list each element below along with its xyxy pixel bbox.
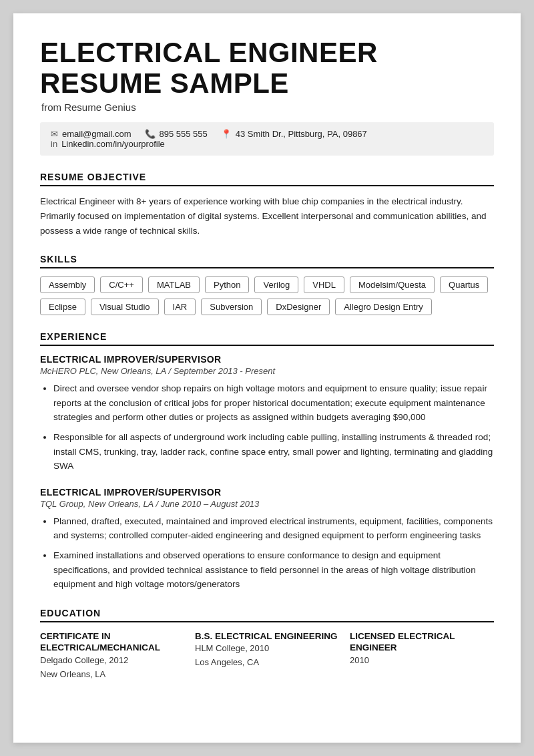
skill-tag: Quartus xyxy=(440,276,488,293)
skill-tag: C/C++ xyxy=(100,276,143,293)
linkedin-icon: in xyxy=(51,139,57,149)
exp-meta: TQL Group, New Orleans, LA / June 2010 –… xyxy=(40,499,494,509)
skills-section: SKILLS AssemblyC/C++MATLABPythonVerilogV… xyxy=(40,254,494,315)
experience-title: EXPERIENCE xyxy=(40,331,494,346)
location-icon: 📍 xyxy=(221,129,232,139)
exp-bullet: Planned, drafted, executed, maintained a… xyxy=(53,514,494,543)
header-section: ELECTRICAL ENGINEER RESUME SAMPLE from R… xyxy=(40,37,494,113)
edu-detail: Delgado College, 2012 xyxy=(40,654,184,668)
resume-source: from Resume Genius xyxy=(41,102,494,113)
skill-tag: DxDesigner xyxy=(267,299,330,315)
skill-tag: Eclipse xyxy=(40,299,85,315)
contact-bar: ✉ email@gmail.com 📞 895 555 555 📍 43 Smi… xyxy=(40,122,494,156)
edu-detail: New Orleans, LA xyxy=(40,668,184,682)
exp-bullet: Examined installations and observed oper… xyxy=(53,548,494,592)
skill-tag: Verilog xyxy=(254,276,298,293)
contact-phone: 📞 895 555 555 xyxy=(145,129,208,139)
education-grid: CERTIFICATE IN ELECTRICAL/MECHANICALDelg… xyxy=(40,630,494,682)
exp-bullets: Direct and oversee vendor shop repairs o… xyxy=(40,381,494,474)
exp-title: ELECTRICAL IMPROVER/SUPERVISOR xyxy=(40,354,494,365)
skills-title: SKILLS xyxy=(40,254,494,268)
experience-entry: ELECTRICAL IMPROVER/SUPERVISORMcHERO PLC… xyxy=(40,354,494,474)
email-icon: ✉ xyxy=(51,129,58,139)
edu-entry-title: B.S. ELECTRICAL ENGINEERING xyxy=(195,630,339,642)
exp-title: ELECTRICAL IMPROVER/SUPERVISOR xyxy=(40,487,494,498)
exp-bullet: Direct and oversee vendor shop repairs o… xyxy=(53,381,494,425)
education-title: EDUCATION xyxy=(40,608,494,622)
skill-tag: VHDL xyxy=(304,276,344,293)
education-entry: B.S. ELECTRICAL ENGINEERINGHLM College, … xyxy=(195,630,339,682)
education-entry: LICENSED ELECTRICAL ENGINEER2010 xyxy=(350,630,494,682)
phone-text: 895 555 555 xyxy=(160,129,208,139)
linkedin-text: Linkedin.com/in/yourprofile xyxy=(61,139,165,149)
exp-bullet: Responsible for all aspects of undergrou… xyxy=(53,430,494,474)
education-entry: CERTIFICATE IN ELECTRICAL/MECHANICALDelg… xyxy=(40,630,184,682)
skill-tag: Modelsim/Questa xyxy=(350,276,435,293)
experience-entry: ELECTRICAL IMPROVER/SUPERVISORTQL Group,… xyxy=(40,487,494,592)
skill-tag: Assembly xyxy=(40,276,95,293)
edu-detail: 2010 xyxy=(350,654,494,668)
edu-entry-title: LICENSED ELECTRICAL ENGINEER xyxy=(350,630,494,654)
resume-title: ELECTRICAL ENGINEER RESUME SAMPLE xyxy=(40,37,494,99)
phone-icon: 📞 xyxy=(145,129,156,139)
email-text: email@gmail.com xyxy=(62,129,131,139)
edu-entry-title: CERTIFICATE IN ELECTRICAL/MECHANICAL xyxy=(40,630,184,654)
skill-tag: Subversion xyxy=(201,299,262,315)
skill-tag: IAR xyxy=(164,299,196,315)
exp-bullets: Planned, drafted, executed, maintained a… xyxy=(40,514,494,592)
skills-list: AssemblyC/C++MATLABPythonVerilogVHDLMode… xyxy=(40,276,494,315)
experience-section: EXPERIENCE ELECTRICAL IMPROVER/SUPERVISO… xyxy=(40,331,494,592)
contact-email: ✉ email@gmail.com xyxy=(51,129,131,139)
address-text: 43 Smith Dr., Pittsburg, PA, 09867 xyxy=(236,129,367,139)
objective-text: Electrical Engineer with 8+ years of exp… xyxy=(40,194,494,238)
objective-title: RESUME OBJECTIVE xyxy=(40,172,494,186)
contact-address: 📍 43 Smith Dr., Pittsburg, PA, 09867 xyxy=(221,129,367,139)
experience-entries: ELECTRICAL IMPROVER/SUPERVISORMcHERO PLC… xyxy=(40,354,494,592)
skill-tag: Python xyxy=(205,276,249,293)
edu-detail: HLM College, 2010 xyxy=(195,642,339,656)
resume-document: ELECTRICAL ENGINEER RESUME SAMPLE from R… xyxy=(13,13,521,743)
objective-section: RESUME OBJECTIVE Electrical Engineer wit… xyxy=(40,172,494,238)
contact-linkedin: in Linkedin.com/in/yourprofile xyxy=(51,139,165,149)
skill-tag: Allegro Design Entry xyxy=(335,299,432,315)
skill-tag: MATLAB xyxy=(148,276,200,293)
exp-meta: McHERO PLC, New Orleans, LA / September … xyxy=(40,366,494,376)
skill-tag: Visual Studio xyxy=(91,299,159,315)
education-section: EDUCATION CERTIFICATE IN ELECTRICAL/MECH… xyxy=(40,608,494,682)
edu-detail: Los Angeles, CA xyxy=(195,656,339,670)
